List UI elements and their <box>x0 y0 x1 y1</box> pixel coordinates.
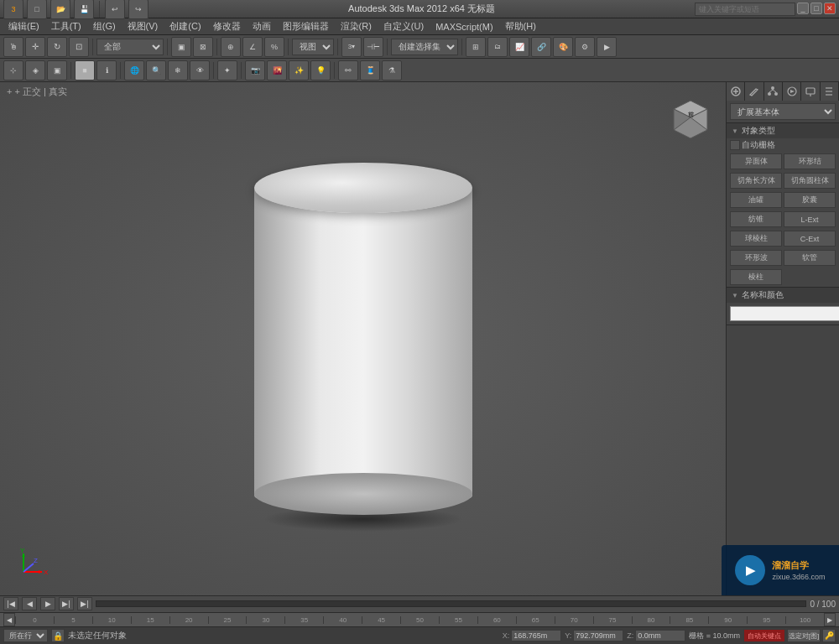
rotate-tool[interactable]: ↻ <box>47 37 67 57</box>
spindle-btn[interactable]: 纺锥 <box>730 211 782 227</box>
prism-btn[interactable]: 棱柱 <box>730 269 782 285</box>
menu-graph-editor[interactable]: 图形编辑器 <box>278 18 334 34</box>
percent-snap-btn[interactable]: % <box>264 37 284 57</box>
snap-btn[interactable]: ⊕ <box>221 37 241 57</box>
object-color-btn[interactable]: ■ <box>75 60 95 80</box>
undo-button[interactable]: ↩ <box>105 0 125 19</box>
close-button[interactable]: ✕ <box>824 3 836 14</box>
bind-space-warp-btn[interactable]: ◈ <box>25 60 45 80</box>
next-frame-btn[interactable]: ▶| <box>59 597 74 610</box>
menu-customize[interactable]: 自定义(U) <box>378 18 429 34</box>
timeline-progress[interactable] <box>96 600 806 607</box>
layer-select[interactable]: 所在行 <box>3 629 48 642</box>
save-button[interactable]: 💾 <box>74 0 94 19</box>
effects-btn[interactable]: ✨ <box>289 60 309 80</box>
tab-motion[interactable] <box>783 82 801 101</box>
object-props-btn[interactable]: ℹ <box>96 60 117 80</box>
object-type-header[interactable]: ▼ 对象类型 <box>727 123 839 138</box>
tab-hierarchy[interactable] <box>764 82 783 101</box>
snap-to-grid-btn[interactable]: ⊹ <box>3 60 23 80</box>
oil-tank-btn[interactable]: 油罐 <box>730 192 782 208</box>
curve-editor-btn[interactable]: 📈 <box>509 37 529 57</box>
lock-icon[interactable]: 🔒 <box>51 629 65 642</box>
menu-modifiers[interactable]: 修改器 <box>208 18 246 34</box>
angle-snap-btn[interactable]: ∠ <box>242 37 263 57</box>
raytracer-btn[interactable]: 💡 <box>310 60 331 80</box>
minimize-button[interactable]: _ <box>797 3 809 14</box>
nav-cube[interactable]: 前 <box>665 92 716 143</box>
x-coord-input[interactable] <box>511 630 561 641</box>
schematic-btn[interactable]: 🔗 <box>531 37 551 57</box>
material-btn[interactable]: 🎨 <box>553 37 573 57</box>
menu-edit[interactable]: 编辑(E) <box>3 18 44 34</box>
environment-btn[interactable]: 🌇 <box>267 60 287 80</box>
prev-frame-btn[interactable]: ◀ <box>22 597 37 610</box>
chamfer-cyl-btn[interactable]: 切角圆柱体 <box>784 173 836 189</box>
menu-create[interactable]: 创建(C) <box>164 18 206 34</box>
y-coord-input[interactable] <box>573 630 623 641</box>
key-filter-btn[interactable]: 🔑 <box>822 629 836 642</box>
reactor-btn[interactable]: ⚗ <box>382 60 402 80</box>
scene-states-btn[interactable]: 🌐 <box>124 60 144 80</box>
timescale-right-btn[interactable]: ▶ <box>824 613 836 626</box>
render-setup-btn[interactable]: ⚙ <box>575 37 595 57</box>
hose-btn[interactable]: 软管 <box>784 250 836 266</box>
play-btn[interactable]: ▶ <box>40 597 55 610</box>
gengon-btn[interactable]: 球棱柱 <box>730 231 782 247</box>
hair-btn[interactable]: ⚯ <box>338 60 358 80</box>
window-crossing-btn[interactable]: ⊠ <box>193 37 213 57</box>
freeze-btn[interactable]: ❄ <box>168 60 188 80</box>
auto-grid-checkbox[interactable] <box>730 140 740 150</box>
move-tool[interactable]: ✛ <box>25 37 45 57</box>
maximize-button[interactable]: □ <box>810 3 822 14</box>
select-tool[interactable]: 🖱 <box>3 37 23 57</box>
menu-maxscript[interactable]: MAXScript(M) <box>430 20 498 34</box>
render-btn[interactable]: ▶ <box>597 37 617 57</box>
selection-filter[interactable]: 创建选择集 <box>391 39 458 55</box>
name-color-header[interactable]: ▼ 名称和颜色 <box>727 288 839 303</box>
tab-modify[interactable] <box>745 82 763 101</box>
isolate-btn[interactable]: 🔍 <box>146 60 166 80</box>
z-coord-input[interactable] <box>635 630 685 641</box>
helper-btn[interactable]: ✦ <box>217 60 237 80</box>
capsule-btn[interactable]: 胶囊 <box>784 192 836 208</box>
layer-btn[interactable]: 🗂 <box>487 37 508 57</box>
timescale[interactable]: ◀ 0 5 10 15 20 25 30 35 40 45 50 55 60 6… <box>0 613 839 628</box>
filter-select[interactable]: 全部 <box>96 39 164 55</box>
view-select[interactable]: 视图 <box>292 39 334 55</box>
hedra-btn[interactable]: 异面体 <box>730 153 782 169</box>
selected-set-btn[interactable]: 选定对[图] <box>787 629 821 642</box>
auto-key-btn[interactable]: 自动关键点 <box>743 629 785 642</box>
cloth-btn[interactable]: 🧵 <box>360 60 380 80</box>
redo-button[interactable]: ↪ <box>128 0 149 19</box>
menu-group[interactable]: 组(G) <box>88 18 121 34</box>
window-controls[interactable]: _ □ ✕ <box>695 3 836 16</box>
hide-btn[interactable]: 👁 <box>190 60 210 80</box>
menu-help[interactable]: 帮助(H) <box>500 18 541 34</box>
tab-utilities[interactable] <box>821 82 839 101</box>
mirror-btn[interactable]: ⊣⊢ <box>363 37 383 57</box>
object-name-input[interactable] <box>730 306 839 321</box>
select-region-btn[interactable]: ▣ <box>171 37 191 57</box>
tab-create[interactable] <box>727 82 745 101</box>
menu-view[interactable]: 视图(V) <box>122 18 164 34</box>
named-selection-btn[interactable]: 3▾ <box>341 37 362 57</box>
search-input[interactable] <box>695 3 795 16</box>
extended-primitives-dropdown[interactable]: 扩展基本体 <box>727 101 839 123</box>
viewport[interactable]: + + 正交 | 真实 前 <box>0 82 726 595</box>
menu-render[interactable]: 渲染(R) <box>336 18 377 34</box>
cext-btn[interactable]: C-Ext <box>784 231 836 247</box>
open-button[interactable]: 📂 <box>50 0 70 19</box>
menu-tools[interactable]: 工具(T) <box>46 18 86 34</box>
selection-set-btn[interactable]: ▣ <box>47 60 67 80</box>
timescale-left-btn[interactable]: ◀ <box>3 613 15 626</box>
go-start-btn[interactable]: |◀ <box>3 597 18 610</box>
go-end-btn[interactable]: ▶| <box>77 597 92 610</box>
ringwave-btn[interactable]: 环形波 <box>730 250 782 266</box>
lext-btn[interactable]: L-Ext <box>784 211 836 227</box>
render-viewport-btn[interactable]: 📷 <box>245 60 265 80</box>
tab-display[interactable] <box>801 82 820 101</box>
new-button[interactable]: □ <box>27 0 47 19</box>
primitive-type-select[interactable]: 扩展基本体 <box>730 103 836 120</box>
align-btn[interactable]: ⊞ <box>466 37 486 57</box>
